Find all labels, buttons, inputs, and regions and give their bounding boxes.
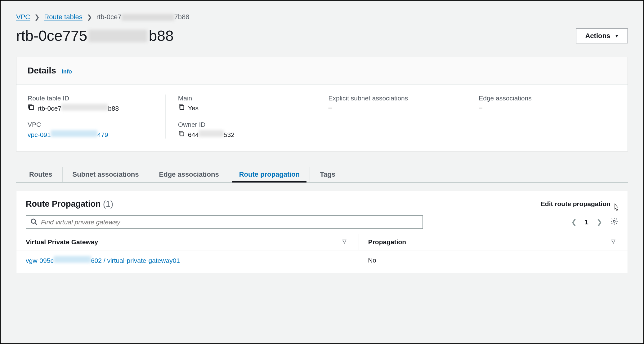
breadcrumb-route-tables[interactable]: Route tables [44, 13, 83, 21]
route-propagation-panel: Route Propagation (1) Edit route propaga… [16, 191, 628, 273]
edit-route-propagation-button[interactable]: Edit route propagation [533, 197, 618, 211]
settings-gear-icon[interactable] [610, 217, 618, 227]
page-prev-icon[interactable]: ❮ [571, 218, 577, 226]
search-box[interactable] [26, 215, 423, 229]
svg-rect-2 [180, 132, 184, 136]
details-panel: Details Info Route table ID rtb-0ce7b88 … [16, 57, 628, 151]
breadcrumb: VPC ❯ Route tables ❯ rtb-0ce77b88 [16, 13, 628, 21]
value-owner-id: 644532 [188, 130, 235, 139]
sort-icon[interactable]: ▽ [342, 238, 346, 244]
copy-icon[interactable] [178, 130, 185, 139]
svg-rect-0 [29, 106, 33, 109]
page-title: rtb-0ce775b88 [16, 27, 174, 44]
details-heading: Details [28, 66, 56, 76]
tab-tags[interactable]: Tags [310, 167, 345, 182]
label-edge-assoc: Edge associations [479, 95, 604, 102]
value-main: Yes [188, 104, 199, 112]
propagation-table: Virtual Private Gateway▽ Propagation▽ vg… [16, 234, 628, 270]
svg-rect-1 [180, 106, 184, 109]
chevron-right-icon: ❯ [87, 13, 92, 21]
column-virtual-private-gateway[interactable]: Virtual Private Gateway▽ [16, 234, 359, 250]
page-number: 1 [585, 218, 588, 226]
page-next-icon[interactable]: ❯ [597, 218, 602, 226]
svg-line-4 [35, 223, 37, 225]
value-explicit-subnet: – [329, 104, 454, 111]
search-input[interactable] [41, 218, 418, 226]
tab-routes[interactable]: Routes [19, 167, 63, 182]
tab-subnet-associations[interactable]: Subnet associations [63, 167, 149, 182]
value-route-table-id: rtb-0ce7b88 [38, 104, 119, 112]
route-propagation-title: Route Propagation (1) [26, 199, 113, 209]
copy-icon[interactable] [178, 104, 185, 112]
search-icon [30, 218, 37, 226]
label-main: Main [178, 95, 303, 102]
caret-down-icon: ▼ [615, 33, 619, 38]
tabs: Routes Subnet associations Edge associat… [16, 167, 628, 183]
value-edge-assoc: – [479, 104, 604, 111]
value-vpc-link[interactable]: vpc-091479 [28, 130, 108, 139]
breadcrumb-vpc[interactable]: VPC [16, 13, 30, 21]
pagination: ❮ 1 ❯ [571, 217, 618, 227]
chevron-right-icon: ❯ [34, 13, 40, 21]
sort-icon[interactable]: ▽ [611, 238, 615, 244]
svg-point-3 [31, 219, 36, 223]
table-row: vgw-095c602 / virtual-private-gateway01 … [16, 250, 628, 270]
breadcrumb-current: rtb-0ce77b88 [96, 13, 190, 21]
info-link[interactable]: Info [62, 68, 72, 75]
propagation-value: No [359, 250, 628, 270]
tab-route-propagation[interactable]: Route propagation [229, 167, 310, 182]
tab-edge-associations[interactable]: Edge associations [149, 167, 229, 182]
label-owner-id: Owner ID [178, 121, 303, 128]
column-propagation[interactable]: Propagation▽ [359, 234, 628, 250]
actions-button[interactable]: Actions ▼ [576, 29, 628, 43]
label-vpc: VPC [28, 121, 153, 128]
vgw-link[interactable]: vgw-095c602 / virtual-private-gateway01 [26, 257, 180, 264]
cursor-pointer-icon [612, 203, 620, 214]
copy-icon[interactable] [28, 104, 34, 112]
label-explicit-subnet: Explicit subnet associations [329, 95, 454, 102]
svg-point-5 [613, 220, 615, 222]
label-route-table-id: Route table ID [28, 95, 153, 102]
